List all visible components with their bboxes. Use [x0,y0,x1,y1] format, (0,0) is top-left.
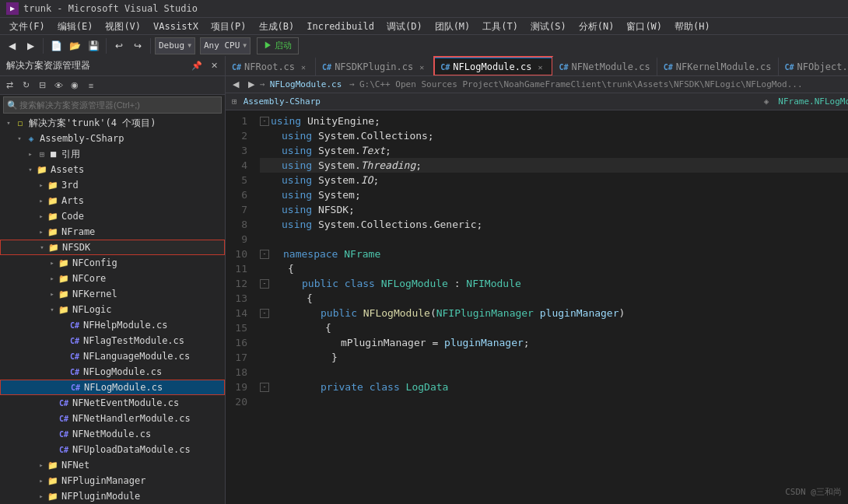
tree-nfpluginmodule[interactable]: ▸ 📁 NFPluginModule [0,488,225,504]
se-toolbar-sync-btn[interactable]: ⇄ [2,78,17,93]
collapse-19[interactable]: - [260,383,269,392]
menu-item-d[interactable]: 调试(D) [380,18,429,35]
tree-nfnetmodule[interactable]: ▸ C# NFNetModule.cs [0,426,225,442]
menu-item-w[interactable]: 窗口(W) [620,18,668,35]
tree-references[interactable]: ▸ ⊞ ■ 引用 [0,146,225,162]
code-12-colon: : [448,276,466,291]
tree-project-assembly[interactable]: ▾ ◈ Assembly-CSharp [0,131,225,146]
toolbar-back-btn[interactable]: ◀ [3,37,20,54]
code-editor[interactable]: - using UnityEngine; using System.Collec… [254,110,848,504]
se-close-btn[interactable]: ✕ [206,58,222,74]
se-toolbar-nav-btn[interactable]: ◉ [67,78,82,93]
tree-nflanguage[interactable]: ▸ C# NFLanguageModule.cs [0,348,225,364]
code-line-12: - public class NFLogModule : NFIModule [260,276,848,291]
menu-item-incredibuild[interactable]: Incredibuild [300,18,380,35]
toolbar-redo-btn[interactable]: ↪ [129,37,146,54]
collapse-12[interactable]: - [260,279,269,289]
tab-close-nfsdkplugin[interactable]: ✕ [416,61,427,72]
collapse-1[interactable]: - [260,117,269,126]
tree-solution-root[interactable]: ▾ ◻ 解决方案'trunk'(4 个项目) [0,115,225,131]
tree-nfcore[interactable]: ▸ 📁 NFCore [0,271,225,286]
tree-nflogmodule-selected[interactable]: ▸ C# NFLogModule.cs [0,380,225,395]
menu-item-m[interactable]: 团队(M) [429,18,477,35]
cs-nfnethandler-icon: C# [58,412,70,425]
tree-nfpluginmanager[interactable]: ▸ 📁 NFPluginManager [0,473,225,488]
tree-nfnethandler[interactable]: ▸ C# NFNetHandlerModule.cs [0,411,225,426]
code-12-space1 [338,276,345,291]
project-label: Assembly-CSharp [40,133,124,144]
tree-nflagtest[interactable]: ▸ C# NFlagTestModule.cs [0,333,225,348]
tree-arrow-nfpluginmgr: ▸ [36,477,47,485]
tree-nflogic[interactable]: ▾ 📁 NFLogic [0,302,225,317]
toolbar-undo-btn[interactable]: ↩ [110,37,128,54]
tab-nflogmodule[interactable]: C# NFLogModule.cs ✕ [434,57,552,75]
tab-cs-icon-nfkernelmodule: C# [664,63,673,72]
cs-nfupload-icon: C# [58,443,70,456]
tab-nfkernelmodule[interactable]: C# NFKernelModule.cs [657,57,779,75]
kw-using-1: using [271,114,301,128]
menu-item-h[interactable]: 帮助(H) [668,18,717,35]
toolbar-open-btn[interactable]: 📂 [66,37,83,54]
tree-arts[interactable]: ▸ 📁 Arts [0,193,225,208]
platform-label: Any CPU [204,40,240,51]
tree-nframe[interactable]: ▸ 📁 NFrame [0,224,225,240]
tab-nfsdkplugin[interactable]: C# NFSDKPlugin.cs ✕ [316,57,434,75]
nflagtest-label: NFlagTestModule.cs [83,335,184,346]
collapse-10[interactable]: - [260,250,269,259]
tree-nfsdk[interactable]: ▾ 📁 NFSDK [0,240,225,255]
tab-nfnetmodule[interactable]: C# NFNetModule.cs [552,57,657,75]
menu-item-b[interactable]: 生成(B) [253,18,301,35]
tab-close-nfroot[interactable]: ✕ [298,61,309,72]
search-input[interactable] [19,100,218,110]
toolbar-save-btn[interactable]: 💾 [85,37,102,54]
tree-nfupload[interactable]: ▸ C# NFUploadDataModule.cs [0,442,225,457]
toolbar-forward-btn[interactable]: ▶ [22,37,39,54]
debug-mode-dropdown[interactable]: Debug ▼ [155,37,195,54]
menu-item-s[interactable]: 测试(S) [524,18,573,35]
tab-nfobject[interactable]: C# NFObject.c... [779,57,848,75]
menu-item-e[interactable]: 编辑(E) [51,18,100,35]
code-12-basetype: NFIModule [466,276,520,291]
kw-public-14: public [321,306,357,320]
tree-code[interactable]: ▸ 📁 Code [0,208,225,224]
tree-nfconfig[interactable]: ▸ 📁 NFConfig [0,255,225,271]
tree-nflogmodule-1[interactable]: ▸ C# NFLogModule.cs [0,364,225,380]
right-panel: C# NFRoot.cs ✕ C# NFSDKPlugin.cs ✕ C# NF… [226,56,848,504]
menu-item-p[interactable]: 项目(P) [205,18,253,35]
nav-back-btn[interactable]: ◀ [229,78,243,92]
cs-nflagtest-icon: C# [68,334,81,347]
se-toolbar-filter-btn[interactable]: ≡ [83,78,99,93]
se-pin-btn[interactable]: 📌 [189,58,205,74]
solution-explorer-search-box[interactable]: 🔍 [3,96,222,114]
tab-close-nflogmodule[interactable]: ✕ [534,61,545,72]
menu-item-v[interactable]: 视图(V) [99,18,147,35]
tab-nfroot[interactable]: C# NFRoot.cs ✕ [226,57,316,75]
start-button-wrapper: ▶ 启动 [257,37,299,54]
collapse-14[interactable]: - [260,309,269,318]
tree-arrow-code: ▸ [36,212,47,220]
tree-3rd[interactable]: ▸ 📁 3rd [0,177,225,193]
se-toolbar-refresh-btn[interactable]: ↻ [18,78,33,93]
tree-arrow-assembly: ▾ [14,135,25,142]
se-toolbar-collapse-btn[interactable]: ⊟ [34,78,50,93]
menu-item-t[interactable]: 工具(T) [476,18,524,35]
tree-nfkernel[interactable]: ▸ 📁 NFKernel [0,286,225,302]
tree-nfnet[interactable]: ▸ 📁 NFNet [0,457,225,473]
code-19-classname: LogData [400,380,449,394]
tree-nfnetevent[interactable]: ▸ C# NFNetEventModule.cs [0,395,225,411]
tree-nfhelpmodule[interactable]: ▸ C# NFHelpModule.cs [0,317,225,333]
toolbar-new-btn[interactable]: 📄 [47,37,65,54]
code-17-brace: } [331,350,338,365]
nav-forward-btn[interactable]: ▶ [244,78,258,92]
folder-arts-icon: 📁 [47,194,59,207]
debug-mode-label: Debug [159,40,184,51]
tree-assets[interactable]: ▾ 📁 Assets [0,162,225,177]
start-button[interactable]: ▶ 启动 [257,37,299,54]
se-toolbar-show-all-btn[interactable]: 👁 [51,78,66,93]
menu-item-n[interactable]: 分析(N) [573,18,621,35]
nav-file-path: NFLogModule.cs [270,79,342,89]
platform-dropdown[interactable]: Any CPU ▼ [200,37,251,54]
menu-item-f[interactable]: 文件(F) [3,18,51,35]
code-8-rest: System.Collections.Generic; [312,217,482,232]
menu-item-vassistx[interactable]: VAssistX [147,18,205,35]
